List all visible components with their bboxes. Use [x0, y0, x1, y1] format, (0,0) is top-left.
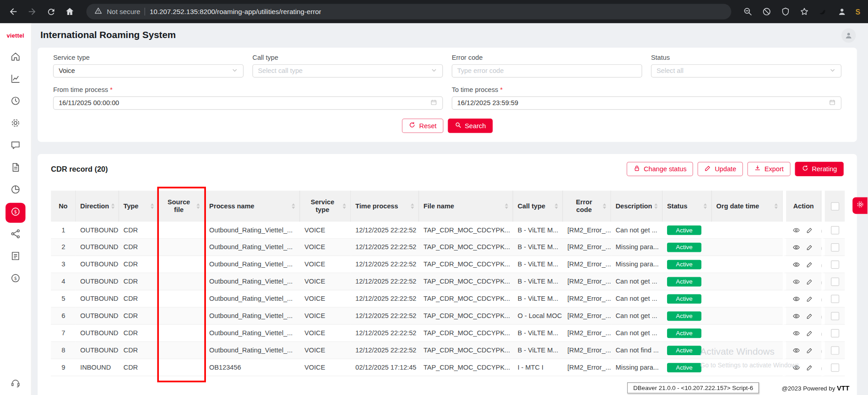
address-bar[interactable]: Not secure 10.207.252.135:8200/roaming-a…	[86, 4, 731, 19]
table-row[interactable]: 6 OUTBOUND CDR Outbound_Rating_Viettel_.…	[51, 308, 845, 325]
lock-icon[interactable]	[820, 347, 821, 354]
table-row[interactable]: 4 OUTBOUND CDR Outbound_Rating_Viettel_.…	[51, 273, 845, 290]
forward-icon[interactable]	[24, 4, 40, 19]
column-header-process_name[interactable]: Process name	[205, 191, 300, 222]
row-checkbox[interactable]	[830, 329, 839, 337]
view-icon[interactable]	[793, 313, 800, 320]
sidebar-item-network[interactable]	[5, 225, 25, 245]
sort-icon[interactable]	[774, 203, 777, 209]
edit-icon[interactable]	[806, 364, 813, 371]
change-status-button[interactable]: Change status	[627, 162, 693, 176]
zoom-out-icon[interactable]	[740, 4, 756, 19]
column-header-time_process[interactable]: Time process	[351, 191, 419, 222]
view-icon[interactable]	[793, 261, 800, 268]
reset-button[interactable]: Reset	[402, 119, 443, 133]
sort-icon[interactable]	[704, 203, 707, 209]
column-header-file_name[interactable]: File name	[419, 191, 513, 222]
user-avatar[interactable]	[841, 28, 856, 43]
update-button[interactable]: Update	[698, 162, 743, 176]
edit-icon[interactable]	[806, 295, 813, 303]
lock-icon[interactable]	[820, 295, 821, 303]
view-icon[interactable]	[793, 347, 800, 354]
sort-icon[interactable]	[505, 203, 508, 209]
call-type-select[interactable]: Select call type	[253, 64, 443, 77]
select-all-checkbox[interactable]	[830, 202, 839, 210]
table-row[interactable]: 5 OUTBOUND CDR Outbound_Rating_Viettel_.…	[51, 290, 845, 308]
to-time-input[interactable]: 16/12/2025 23:59:59	[452, 96, 841, 110]
row-checkbox[interactable]	[830, 260, 839, 268]
row-checkbox[interactable]	[830, 312, 839, 320]
sidebar-item-billing-active[interactable]: $	[5, 203, 25, 223]
error-code-input[interactable]: Type error code	[452, 64, 642, 77]
rerating-button[interactable]: Rerating	[795, 162, 844, 176]
home-icon[interactable]	[62, 4, 77, 19]
row-checkbox[interactable]	[830, 277, 839, 285]
sidebar-item-documents[interactable]	[5, 159, 25, 178]
lock-icon[interactable]	[820, 244, 821, 251]
view-icon[interactable]	[793, 226, 800, 234]
status-select[interactable]: Select all	[651, 64, 841, 77]
view-icon[interactable]	[793, 278, 800, 285]
sort-icon[interactable]	[151, 203, 154, 209]
column-header-source_file[interactable]: Source file	[159, 191, 205, 222]
column-header-type[interactable]: Type	[119, 191, 159, 222]
column-header-org_date_time[interactable]: Org date time	[712, 191, 783, 222]
s-extension-icon[interactable]: S	[853, 8, 862, 16]
row-checkbox[interactable]	[830, 294, 839, 303]
table-row[interactable]: 7 OUTBOUND CDR Outbound_Rating_Viettel_.…	[51, 325, 845, 342]
sidebar-item-messages[interactable]	[5, 136, 25, 156]
lock-icon[interactable]	[820, 261, 821, 268]
bird-extension-icon[interactable]	[816, 4, 831, 19]
sidebar-item-statistics[interactable]	[5, 70, 25, 90]
edit-icon[interactable]	[806, 278, 813, 285]
table-row[interactable]: 1 OUTBOUND CDR Outbound_Rating_Viettel_.…	[51, 222, 845, 239]
from-time-input[interactable]: 16/11/2025 00:00:00	[53, 96, 443, 110]
row-checkbox[interactable]	[830, 226, 839, 234]
search-button[interactable]: Search	[448, 119, 492, 133]
view-icon[interactable]	[793, 364, 800, 371]
sort-icon[interactable]	[411, 203, 414, 209]
lock-icon[interactable]	[820, 330, 821, 337]
back-icon[interactable]	[5, 4, 21, 19]
edit-icon[interactable]	[806, 313, 813, 320]
settings-fab[interactable]	[853, 197, 868, 214]
edit-icon[interactable]	[806, 261, 813, 268]
column-header-status[interactable]: Status	[663, 191, 712, 222]
favorites-star-icon[interactable]	[797, 4, 812, 19]
lock-icon[interactable]	[820, 313, 821, 320]
table-row[interactable]: 3 OUTBOUND CDR Outbound_Rating_Viettel_.…	[51, 256, 845, 273]
sidebar-item-reports[interactable]	[5, 181, 25, 201]
edit-icon[interactable]	[806, 330, 813, 337]
view-icon[interactable]	[793, 330, 800, 337]
view-icon[interactable]	[793, 295, 800, 303]
lock-icon[interactable]	[820, 226, 821, 234]
ad-blocker-icon[interactable]	[759, 4, 774, 19]
edit-icon[interactable]	[806, 226, 813, 234]
column-header-error_code[interactable]: Error code	[563, 191, 611, 222]
sidebar-item-history[interactable]	[5, 92, 25, 112]
column-header-description[interactable]: Description	[611, 191, 663, 222]
row-checkbox[interactable]	[830, 243, 839, 251]
shield-icon[interactable]	[778, 4, 793, 19]
edit-icon[interactable]	[806, 347, 813, 354]
service-type-select[interactable]: Voice	[53, 64, 243, 77]
sort-icon[interactable]	[111, 203, 114, 209]
profile-icon[interactable]	[835, 4, 850, 19]
sidebar-item-finance[interactable]: $	[5, 269, 25, 289]
view-icon[interactable]	[793, 244, 800, 251]
edit-icon[interactable]	[806, 244, 813, 251]
row-checkbox[interactable]	[830, 363, 839, 371]
row-checkbox[interactable]	[830, 346, 839, 354]
sidebar-item-rating[interactable]	[5, 114, 25, 134]
sort-icon[interactable]	[292, 203, 295, 209]
table-row[interactable]: 2 OUTBOUND CDR Outbound_Rating_Viettel_.…	[51, 239, 845, 256]
refresh-icon[interactable]	[43, 4, 58, 19]
table-row[interactable]: 8 OUTBOUND CDR Outbound_Rating_Viettel_.…	[51, 342, 845, 359]
lock-icon[interactable]	[820, 278, 821, 285]
column-header-direction[interactable]: Direction	[76, 191, 119, 222]
sort-icon[interactable]	[343, 203, 346, 209]
sort-icon[interactable]	[196, 203, 200, 209]
sidebar-item-home[interactable]	[5, 48, 25, 67]
lock-icon[interactable]	[820, 364, 821, 371]
support-button[interactable]	[10, 377, 21, 390]
